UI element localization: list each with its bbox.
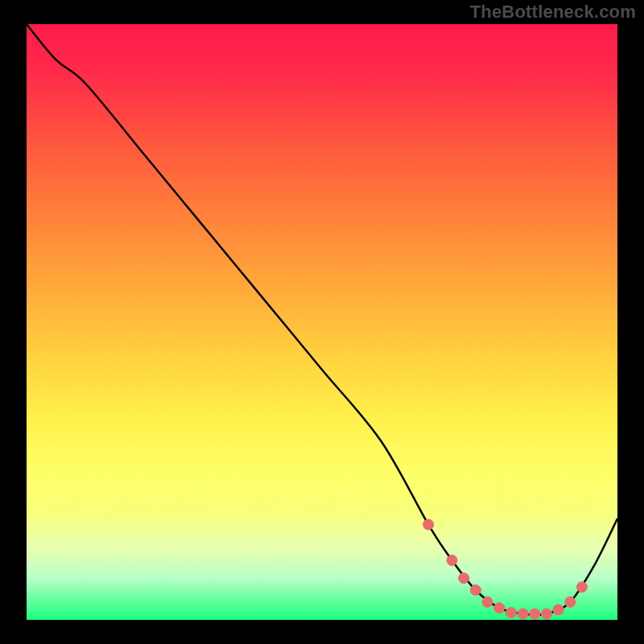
highlight-marker [494,603,505,613]
highlight-marker [518,609,528,619]
bottleneck-curve-path [27,24,617,615]
highlight-marker [459,573,469,584]
highlight-marker [482,597,493,607]
highlight-marker [530,609,540,619]
watermark-text: TheBottleneck.com [470,2,636,23]
highlight-marker [447,555,457,566]
highlight-markers-group [423,519,588,619]
highlight-marker [565,597,576,607]
highlight-marker [553,605,564,615]
highlight-marker [576,582,587,592]
highlight-marker [470,585,481,596]
highlight-marker [541,609,551,619]
highlight-marker [423,519,434,530]
chart-frame: TheBottleneck.com [0,0,644,644]
highlight-marker [506,608,516,618]
chart-svg [27,24,617,620]
